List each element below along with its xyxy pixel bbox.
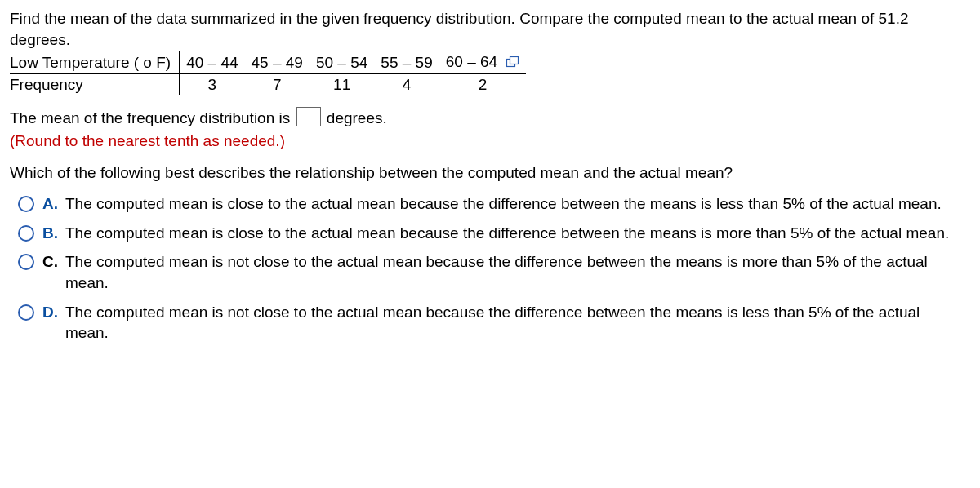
mean-input[interactable] (296, 107, 321, 126)
option-text: The computed mean is not close to the ac… (65, 251, 970, 293)
fill-in-suffix: degrees. (327, 109, 387, 126)
table-cell: 45 – 49 (245, 51, 310, 73)
rounding-instruction: (Round to the nearest tenth as needed.) (10, 131, 970, 152)
mc-question: Which of the following best describes th… (10, 162, 970, 184)
option-label: D. (34, 302, 65, 323)
option-label: A. (34, 193, 65, 215)
table-cell: 55 – 59 (374, 51, 439, 73)
popup-icon[interactable] (506, 52, 519, 73)
option-c: C. The computed mean is not close to the… (18, 251, 970, 293)
option-a: A. The computed mean is close to the act… (18, 193, 970, 215)
radio-a[interactable] (18, 196, 34, 212)
fill-in-prefix: The mean of the frequency distribution i… (10, 109, 290, 126)
table-row: Low Temperature ( o F) 40 – 44 45 – 49 5… (10, 51, 526, 73)
table-cell-text: 60 – 64 (446, 53, 497, 70)
radio-d[interactable] (18, 304, 34, 321)
svg-rect-1 (510, 57, 519, 64)
fill-in-line: The mean of the frequency distribution i… (10, 107, 970, 129)
option-d: D. The computed mean is not close to the… (18, 302, 970, 344)
table-cell: 50 – 54 (310, 51, 374, 73)
problem-statement: Find the mean of the data summarized in … (10, 8, 970, 50)
option-label: B. (34, 223, 65, 244)
table-cell: 2 (439, 74, 527, 96)
table-cell: 40 – 44 (180, 51, 245, 73)
option-text: The computed mean is close to the actual… (65, 193, 970, 215)
option-text: The computed mean is not close to the ac… (65, 302, 970, 344)
option-b: B. The computed mean is close to the act… (18, 223, 970, 244)
table-cell: 4 (374, 74, 439, 96)
radio-b[interactable] (18, 225, 34, 242)
table-cell: 3 (180, 74, 245, 96)
radio-c[interactable] (18, 254, 34, 270)
frequency-table: Low Temperature ( o F) 40 – 44 45 – 49 5… (10, 51, 526, 95)
row-header-freq: Frequency (10, 74, 180, 96)
option-label: C. (34, 251, 65, 273)
row-header-temp: Low Temperature ( o F) (10, 51, 180, 73)
table-cell: 11 (310, 74, 374, 96)
table-row: Frequency 3 7 11 4 2 (10, 74, 526, 96)
table-cell: 60 – 64 (439, 51, 527, 73)
table-cell: 7 (245, 74, 310, 96)
option-text: The computed mean is close to the actual… (65, 223, 970, 244)
